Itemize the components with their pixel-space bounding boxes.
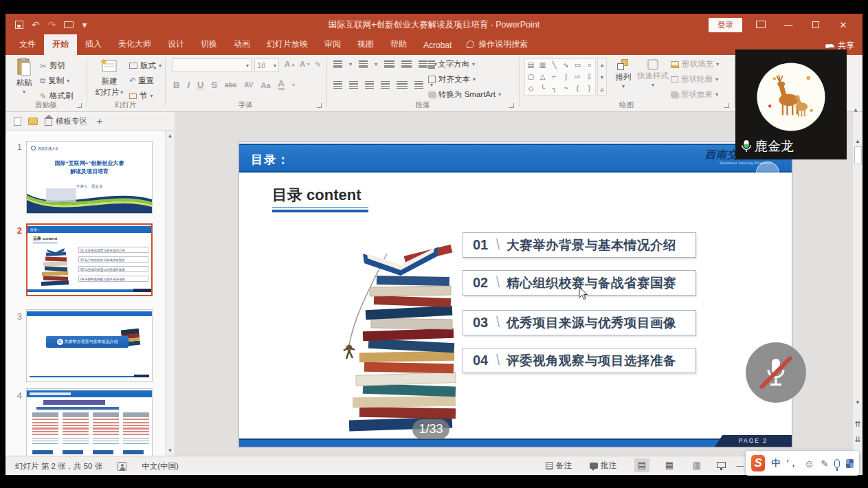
tab-file[interactable]: 文件 <box>11 34 44 55</box>
decrease-indent-button[interactable] <box>384 60 394 68</box>
bold-button[interactable]: B <box>173 80 179 90</box>
restore-button[interactable] <box>802 20 830 30</box>
shape-effects-button[interactable]: 形状效果▾ <box>671 89 718 100</box>
tab-help[interactable]: 帮助 <box>382 34 415 55</box>
shape-triangle-icon[interactable]: △ <box>537 71 548 82</box>
next-slide-button[interactable]: ⇊ <box>853 435 863 444</box>
sogou-logo-icon[interactable]: S <box>751 455 765 472</box>
format-painter-button[interactable]: ✎格式刷 <box>40 91 73 101</box>
align-left-button[interactable] <box>333 81 342 89</box>
template-zone-tab[interactable]: 模板专区 <box>45 116 87 126</box>
comments-button[interactable]: 批注 <box>590 461 616 471</box>
shapes-scroll-down-icon[interactable]: ▼ <box>598 71 606 84</box>
paste-button[interactable]: 粘贴 ▾ <box>11 58 37 95</box>
clear-formatting-button[interactable]: ✎ <box>315 60 322 69</box>
ime-pen-icon[interactable]: ✎ <box>821 458 828 469</box>
change-case-button[interactable]: Aa <box>260 81 270 89</box>
cut-button[interactable]: ✂剪切 <box>40 60 65 71</box>
ime-toolbox-icon[interactable] <box>846 459 854 468</box>
font-size-combo[interactable]: 18▾ <box>254 58 279 72</box>
scrollbar-thumb[interactable] <box>854 146 862 164</box>
align-text-button[interactable]: 对齐文本▾ <box>428 74 476 85</box>
section-button[interactable]: 节▾ <box>129 91 153 101</box>
layout-button[interactable]: 版式▾ <box>129 60 162 71</box>
toc-item-4[interactable]: 04 \ 评委视角观察与项目选择准备 <box>463 348 696 373</box>
tab-review[interactable]: 审阅 <box>316 34 349 55</box>
distributed-button[interactable] <box>397 81 408 89</box>
strikethrough-button[interactable]: S <box>211 80 217 90</box>
tell-me-search[interactable]: 操作说明搜索 <box>460 34 535 55</box>
line-spacing-button[interactable] <box>419 60 427 68</box>
tab-insert[interactable]: 插入 <box>77 34 110 55</box>
scroll-down-icon[interactable]: ▼ <box>853 399 863 406</box>
align-center-button[interactable] <box>349 81 358 89</box>
new-slide-button[interactable]: 新建 幻灯片▾ <box>93 58 125 98</box>
copy-button[interactable]: ⧉复制▾ <box>40 76 69 86</box>
thumb-scroll-up-icon[interactable]: ▲ <box>166 133 175 139</box>
reset-button[interactable]: ↶重置 <box>129 76 154 86</box>
reading-view-button[interactable]: ▥ <box>689 458 704 472</box>
shape-outline-button[interactable]: 形状轮廓▾ <box>671 74 718 85</box>
shape-down-arrow-icon[interactable]: ⇩ <box>583 71 595 82</box>
ime-punctuation-toggle[interactable]: ’， <box>786 457 798 469</box>
tab-animations[interactable]: 动画 <box>225 34 258 55</box>
tab-acrobat[interactable]: Acrobat <box>415 36 460 55</box>
smartart-button[interactable]: 转换为 SmartArt▾ <box>428 89 501 100</box>
bullets-button[interactable] <box>333 60 342 68</box>
normal-view-button[interactable]: ▤ <box>634 458 649 472</box>
language-status[interactable]: 中文(中国) <box>142 461 179 472</box>
shapes-scroll-up-icon[interactable]: ▲ <box>598 59 606 71</box>
ribbon-display-options-button[interactable] <box>747 20 775 30</box>
shape-arc1-icon[interactable]: ╰ <box>537 83 548 94</box>
tab-meihua[interactable]: 美化大师 <box>110 34 159 55</box>
text-shadow-button[interactable]: abc <box>225 81 236 89</box>
add-tab-button[interactable]: ＋ <box>94 115 104 128</box>
emoji-picker-icon[interactable]: ☺ <box>804 458 814 469</box>
shape-textbox-icon[interactable]: ▤ <box>525 59 537 70</box>
scroll-up-icon[interactable]: ▲ <box>853 138 863 144</box>
italic-button[interactable]: I <box>187 80 190 90</box>
numbering-caret-icon[interactable]: ▾ <box>375 61 377 67</box>
login-button[interactable]: 登录 <box>709 18 742 32</box>
underline-button[interactable]: U <box>197 80 203 90</box>
drawing-dialog-launcher[interactable] <box>724 103 729 108</box>
text-direction-button[interactable]: 文字方向▾ <box>428 59 475 69</box>
shapes-gallery[interactable]: ▤ ▥ ╲ ⇘ ▭ ○ ▢ △ ⌐ ∫ ⇨ ⇩ ◇ ╰ ╮ ~ ( ) <box>524 58 596 96</box>
columns-button[interactable] <box>414 81 423 89</box>
shape-right-arrow-icon[interactable]: ⇨ <box>572 71 583 82</box>
main-vertical-scrollbar[interactable]: ▲ ▼ ⇈ ⇊ <box>852 112 863 456</box>
ime-language-toggle[interactable]: 中 <box>771 457 780 469</box>
shape-vtextbox-icon[interactable]: ▥ <box>537 59 548 70</box>
shape-curve-icon[interactable]: ∫ <box>560 71 572 82</box>
shape-scribble-icon[interactable]: ~ <box>560 83 572 94</box>
tab-home[interactable]: 开始 <box>44 34 77 55</box>
thumbnail-scrollbar[interactable]: ▲ ▼ <box>165 131 175 456</box>
clipboard-dialog-launcher[interactable] <box>77 103 82 108</box>
grow-font-button[interactable]: A▲ <box>285 60 296 68</box>
tab-design[interactable]: 设计 <box>159 34 192 55</box>
shapes-gallery-scrollbar[interactable]: ▲ ▼ ⇊ <box>597 58 607 96</box>
shape-oval-icon[interactable]: ○ <box>583 59 595 70</box>
shrink-font-button[interactable]: A▼ <box>300 60 311 68</box>
slide-thumbnail-1[interactable]: 西南交通大学 国际“互联网+”创新创业大赛解读及项目培育 主讲人：鹿金龙 <box>26 141 153 214</box>
accessibility-checker-icon[interactable] <box>118 462 126 471</box>
numbering-button[interactable] <box>359 60 368 68</box>
shape-freeform-icon[interactable]: ◇ <box>525 83 537 94</box>
shape-fill-button[interactable]: 形状填充▾ <box>671 59 719 69</box>
paragraph-dialog-launcher[interactable] <box>509 103 514 108</box>
slide-sorter-view-button[interactable]: ▦ <box>662 458 677 472</box>
shape-rectangle-icon[interactable]: ▭ <box>572 59 583 70</box>
slide-thumbnail-4[interactable] <box>26 388 153 456</box>
minimize-button[interactable]: — <box>775 20 802 30</box>
slide-thumbnail-2-selected[interactable]: 目录： 目录 content 01 大赛举办背景与基本情况介绍 02 精心组织校… <box>26 223 153 296</box>
shape-arc2-icon[interactable]: ╮ <box>548 83 560 94</box>
slide-count-status[interactable]: 幻灯片 第 2 张，共 50 张 <box>15 461 102 472</box>
font-dialog-launcher[interactable] <box>317 103 322 108</box>
close-button[interactable]: ✕ <box>830 20 857 30</box>
muted-mic-button[interactable] <box>746 342 806 403</box>
bullets-caret-icon[interactable]: ▾ <box>349 61 352 67</box>
ime-mic-icon[interactable] <box>834 459 840 468</box>
tab-transitions[interactable]: 切换 <box>192 34 225 55</box>
shapes-more-icon[interactable]: ⇊ <box>598 84 606 96</box>
input-method-toolbar[interactable]: S 中 ’， ☺ ✎ <box>746 451 859 476</box>
